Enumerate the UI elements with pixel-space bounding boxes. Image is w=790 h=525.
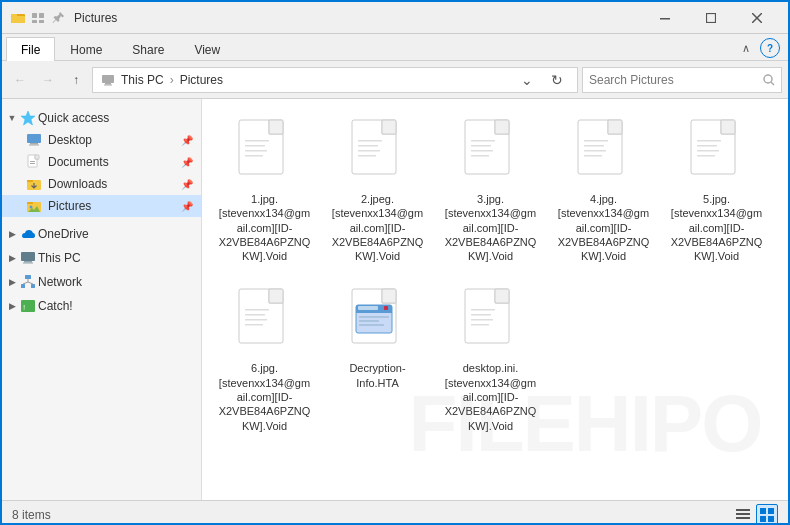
svg-rect-12 bbox=[105, 83, 111, 85]
file-item[interactable]: desktop.ini.[stevenxx134@gmail.com][ID-X… bbox=[438, 278, 543, 439]
svg-rect-95 bbox=[760, 508, 766, 514]
thispc-icon bbox=[20, 250, 36, 266]
svg-rect-5 bbox=[32, 20, 37, 23]
svg-rect-57 bbox=[471, 155, 489, 157]
svg-rect-44 bbox=[245, 150, 267, 152]
tab-file[interactable]: File bbox=[6, 37, 55, 61]
sidebar-group-onedrive[interactable]: ▶ OneDrive bbox=[2, 221, 201, 245]
svg-rect-45 bbox=[245, 155, 263, 157]
pin-documents-icon: 📌 bbox=[181, 157, 193, 168]
catch-label: Catch! bbox=[38, 299, 73, 313]
address-path[interactable]: This PC › Pictures ⌄ ↻ bbox=[92, 67, 578, 93]
sidebar-group-quickaccess[interactable]: ▼ Quick access bbox=[2, 105, 201, 129]
sidebar-item-desktop[interactable]: Desktop 📌 bbox=[2, 129, 201, 151]
svg-rect-54 bbox=[471, 140, 495, 142]
path-pictures[interactable]: Pictures bbox=[180, 73, 223, 87]
ribbon-chevron: ∧ ? bbox=[736, 38, 784, 60]
svg-rect-72 bbox=[245, 309, 269, 311]
refresh-button[interactable]: ↻ bbox=[545, 67, 569, 93]
path-dropdown[interactable]: ⌄ bbox=[515, 67, 539, 93]
svg-rect-6 bbox=[39, 20, 44, 23]
quickaccess-star-icon bbox=[20, 110, 36, 126]
forward-button[interactable]: → bbox=[36, 68, 60, 92]
sidebar-group-catch[interactable]: ▶ ! Catch! bbox=[2, 293, 201, 317]
sidebar-item-documents[interactable]: Documents 📌 bbox=[2, 151, 201, 173]
file-item[interactable]: 1.jpg.[stevenxx134@gmail.com][ID-X2VBE84… bbox=[212, 109, 317, 270]
void-file-icon bbox=[346, 116, 410, 188]
file-item[interactable]: Decryption-Info.HTA bbox=[325, 278, 430, 439]
svg-rect-55 bbox=[471, 145, 491, 147]
file-item[interactable]: 4.jpg.[stevenxx134@gmail.com][ID-X2VBE84… bbox=[551, 109, 656, 270]
svg-rect-93 bbox=[736, 513, 750, 515]
downloads-label: Downloads bbox=[48, 177, 107, 191]
window-title: Pictures bbox=[74, 11, 642, 25]
svg-rect-96 bbox=[768, 508, 774, 514]
maximize-button[interactable] bbox=[688, 2, 734, 34]
back-button[interactable]: ← bbox=[8, 68, 32, 92]
file-name: 1.jpg.[stevenxx134@gmail.com][ID-X2VBE84… bbox=[217, 192, 312, 263]
svg-line-15 bbox=[771, 82, 774, 85]
svg-line-37 bbox=[28, 282, 33, 284]
svg-rect-7 bbox=[660, 18, 670, 20]
file-area: FILEHIPO 1.jpg.[stevenxx134@gmail.com][I… bbox=[202, 99, 788, 500]
sidebar-group-thispc[interactable]: ▶ This PC bbox=[2, 245, 201, 269]
ribbon-collapse-icon[interactable]: ∧ bbox=[736, 38, 756, 58]
sidebar-group-network[interactable]: ▶ Network bbox=[2, 269, 201, 293]
svg-rect-85 bbox=[359, 324, 384, 326]
file-item[interactable]: 2.jpeg.[stevenxx134@gmail.com][ID-X2VBE8… bbox=[325, 109, 430, 270]
up-button[interactable]: ↑ bbox=[64, 68, 88, 92]
titlebar: Pictures bbox=[2, 2, 788, 34]
window-controls bbox=[642, 2, 780, 34]
list-view-button[interactable] bbox=[732, 504, 754, 526]
svg-rect-4 bbox=[39, 13, 44, 18]
tab-share[interactable]: Share bbox=[117, 37, 179, 61]
thispc-label: This PC bbox=[38, 251, 81, 265]
svg-rect-25 bbox=[27, 180, 33, 182]
void-file-icon bbox=[459, 116, 523, 188]
svg-rect-82 bbox=[384, 306, 388, 310]
svg-rect-19 bbox=[29, 145, 39, 146]
svg-rect-33 bbox=[21, 284, 25, 288]
grid-view-button[interactable] bbox=[756, 504, 778, 526]
svg-rect-71 bbox=[269, 289, 283, 303]
sidebar: ▼ Quick access Desktop 📌 bbox=[2, 99, 202, 500]
sidebar-item-pictures[interactable]: Pictures 📌 bbox=[2, 195, 201, 217]
file-name: 6.jpg.[stevenxx134@gmail.com][ID-X2VBE84… bbox=[217, 361, 312, 432]
minimize-button[interactable] bbox=[642, 2, 688, 34]
svg-rect-29 bbox=[21, 252, 35, 261]
pictures-label: Pictures bbox=[48, 199, 91, 213]
help-icon[interactable]: ? bbox=[760, 38, 780, 58]
sidebar-item-downloads[interactable]: Downloads 📌 bbox=[2, 173, 201, 195]
svg-rect-67 bbox=[697, 145, 717, 147]
svg-rect-2 bbox=[11, 16, 25, 23]
void-file-icon bbox=[685, 116, 749, 188]
quick-access-icon[interactable] bbox=[30, 10, 46, 26]
file-item[interactable]: 3.jpg.[stevenxx134@gmail.com][ID-X2VBE84… bbox=[438, 109, 543, 270]
main-layout: ▼ Quick access Desktop 📌 bbox=[2, 99, 788, 500]
statusbar: 8 items bbox=[2, 500, 788, 525]
catch-icon: ! bbox=[20, 298, 36, 314]
pin-icon[interactable] bbox=[50, 10, 66, 26]
file-item[interactable]: 5.jpg.[stevenxx134@gmail.com][ID-X2VBE84… bbox=[664, 109, 769, 270]
svg-rect-27 bbox=[27, 202, 33, 204]
network-icon bbox=[20, 274, 36, 290]
addressbar: ← → ↑ This PC › Pictures ⌄ ↻ bbox=[2, 61, 788, 99]
void-file-icon bbox=[233, 116, 297, 188]
tab-view[interactable]: View bbox=[179, 37, 235, 61]
svg-rect-13 bbox=[104, 84, 112, 85]
desktop-icon bbox=[26, 132, 42, 148]
tab-home[interactable]: Home bbox=[55, 37, 117, 61]
hta-file-icon bbox=[346, 285, 410, 357]
computer-icon bbox=[101, 73, 115, 87]
search-box[interactable] bbox=[582, 67, 782, 93]
path-thispc[interactable]: This PC bbox=[121, 73, 164, 87]
svg-rect-47 bbox=[382, 120, 396, 134]
file-item[interactable]: 6.jpg.[stevenxx134@gmail.com][ID-X2VBE84… bbox=[212, 278, 317, 439]
svg-text:!: ! bbox=[23, 303, 25, 312]
expand-quickaccess-icon: ▼ bbox=[6, 113, 18, 123]
ribbon: File Home Share View ∧ ? bbox=[2, 34, 788, 61]
close-button[interactable] bbox=[734, 2, 780, 34]
search-input[interactable] bbox=[589, 73, 759, 87]
svg-rect-53 bbox=[495, 120, 509, 134]
folder-small-icon bbox=[10, 10, 26, 26]
